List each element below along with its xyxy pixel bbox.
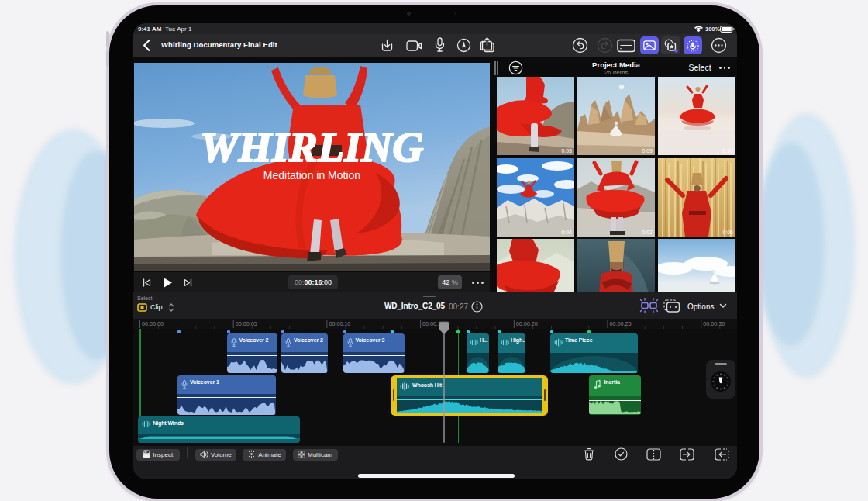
- svg-text:0:02: 0:02: [642, 230, 653, 235]
- svg-text:0:10: 0:10: [722, 148, 733, 154]
- svg-text:0:09: 0:09: [642, 148, 653, 154]
- svg-text:00:00:20: 00:00:20: [516, 320, 538, 327]
- svg-text:00:00:30: 00:00:30: [703, 320, 725, 327]
- svg-text:00:00:00: 00:00:00: [142, 320, 164, 327]
- svg-text:0:04: 0:04: [561, 230, 572, 235]
- svg-text:00:00:25: 00:00:25: [610, 320, 632, 327]
- svg-text:0:03: 0:03: [561, 148, 572, 154]
- svg-text:00:00:05: 00:00:05: [236, 320, 257, 327]
- svg-text:00:00:10: 00:00:10: [329, 320, 350, 327]
- svg-text:0:06: 0:06: [722, 230, 733, 235]
